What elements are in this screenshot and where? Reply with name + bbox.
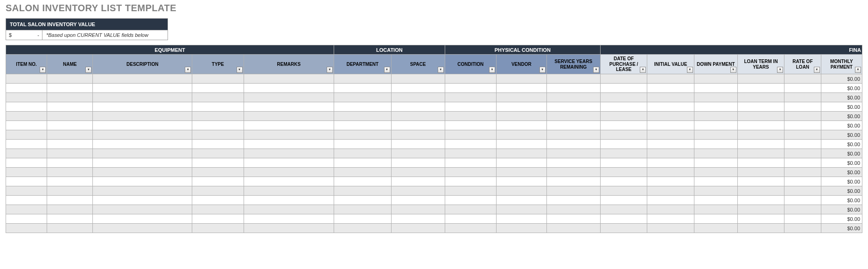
table-cell[interactable] xyxy=(694,186,737,196)
table-cell[interactable] xyxy=(244,130,334,140)
table-cell[interactable] xyxy=(496,149,546,158)
table-cell[interactable] xyxy=(496,140,546,149)
table-cell[interactable] xyxy=(445,112,496,121)
table-cell[interactable] xyxy=(93,93,192,102)
table-cell[interactable] xyxy=(445,130,496,140)
table-cell[interactable] xyxy=(244,149,334,158)
table-cell[interactable] xyxy=(445,121,496,130)
table-cell[interactable] xyxy=(784,112,821,121)
table-cell[interactable]: $0.00 xyxy=(821,177,862,186)
table-cell[interactable] xyxy=(737,177,784,186)
table-cell[interactable]: $0.00 xyxy=(821,205,862,214)
table-cell[interactable] xyxy=(192,224,244,233)
table-cell[interactable] xyxy=(600,121,647,130)
table-cell[interactable] xyxy=(737,93,784,102)
filter-dropdown-icon[interactable]: ▼ xyxy=(237,67,243,73)
table-cell[interactable] xyxy=(737,84,784,93)
table-cell[interactable] xyxy=(737,214,784,224)
table-cell[interactable] xyxy=(694,177,737,186)
table-cell[interactable] xyxy=(192,149,244,158)
table-cell[interactable] xyxy=(391,177,445,186)
table-cell[interactable] xyxy=(334,186,391,196)
table-cell[interactable] xyxy=(93,84,192,93)
table-cell[interactable] xyxy=(6,186,47,196)
table-cell[interactable] xyxy=(496,177,546,186)
table-cell[interactable] xyxy=(93,140,192,149)
table-cell[interactable] xyxy=(784,224,821,233)
table-cell[interactable] xyxy=(784,214,821,224)
table-cell[interactable] xyxy=(93,102,192,112)
table-cell[interactable]: $0.00 xyxy=(821,224,862,233)
table-cell[interactable]: $0.00 xyxy=(821,102,862,112)
table-cell[interactable] xyxy=(445,102,496,112)
filter-dropdown-icon[interactable]: ▼ xyxy=(814,67,820,73)
table-cell[interactable] xyxy=(600,224,647,233)
table-cell[interactable] xyxy=(334,196,391,205)
table-cell[interactable] xyxy=(93,168,192,177)
table-cell[interactable] xyxy=(647,130,694,140)
table-cell[interactable] xyxy=(694,214,737,224)
table-cell[interactable] xyxy=(546,84,600,93)
table-cell[interactable] xyxy=(737,102,784,112)
table-cell[interactable] xyxy=(47,112,93,121)
table-cell[interactable] xyxy=(647,214,694,224)
table-cell[interactable] xyxy=(600,177,647,186)
table-cell[interactable] xyxy=(244,158,334,168)
table-cell[interactable] xyxy=(546,140,600,149)
table-cell[interactable] xyxy=(737,140,784,149)
table-cell[interactable] xyxy=(192,84,244,93)
table-cell[interactable]: $0.00 xyxy=(821,140,862,149)
table-cell[interactable] xyxy=(784,102,821,112)
table-cell[interactable] xyxy=(546,130,600,140)
table-cell[interactable] xyxy=(784,177,821,186)
table-cell[interactable]: $0.00 xyxy=(821,158,862,168)
table-cell[interactable] xyxy=(496,168,546,177)
table-cell[interactable] xyxy=(391,121,445,130)
table-cell[interactable] xyxy=(694,224,737,233)
table-cell[interactable] xyxy=(546,186,600,196)
table-cell[interactable] xyxy=(47,158,93,168)
table-cell[interactable] xyxy=(334,214,391,224)
table-cell[interactable] xyxy=(391,130,445,140)
table-cell[interactable] xyxy=(600,112,647,121)
table-cell[interactable] xyxy=(334,93,391,102)
table-cell[interactable] xyxy=(93,196,192,205)
table-cell[interactable] xyxy=(445,158,496,168)
table-cell[interactable] xyxy=(600,84,647,93)
table-cell[interactable] xyxy=(445,205,496,214)
table-cell[interactable] xyxy=(391,224,445,233)
table-cell[interactable] xyxy=(784,121,821,130)
table-cell[interactable] xyxy=(737,168,784,177)
table-cell[interactable] xyxy=(647,196,694,205)
table-cell[interactable] xyxy=(694,158,737,168)
table-cell[interactable] xyxy=(784,93,821,102)
table-cell[interactable] xyxy=(694,93,737,102)
table-cell[interactable] xyxy=(600,102,647,112)
table-cell[interactable] xyxy=(93,224,192,233)
table-cell[interactable] xyxy=(647,149,694,158)
table-cell[interactable]: $0.00 xyxy=(821,121,862,130)
table-cell[interactable] xyxy=(784,149,821,158)
table-cell[interactable] xyxy=(694,130,737,140)
table-cell[interactable] xyxy=(445,214,496,224)
table-cell[interactable]: $0.00 xyxy=(821,186,862,196)
table-cell[interactable] xyxy=(496,93,546,102)
table-cell[interactable] xyxy=(445,224,496,233)
table-cell[interactable] xyxy=(391,158,445,168)
table-cell[interactable] xyxy=(192,140,244,149)
table-cell[interactable] xyxy=(192,112,244,121)
table-cell[interactable] xyxy=(600,158,647,168)
table-cell[interactable] xyxy=(47,130,93,140)
table-cell[interactable] xyxy=(647,177,694,186)
filter-dropdown-icon[interactable]: ▼ xyxy=(687,67,693,73)
table-cell[interactable] xyxy=(244,177,334,186)
table-cell[interactable] xyxy=(784,130,821,140)
table-cell[interactable] xyxy=(47,224,93,233)
table-cell[interactable] xyxy=(647,102,694,112)
table-cell[interactable] xyxy=(784,140,821,149)
table-cell[interactable] xyxy=(496,205,546,214)
table-cell[interactable] xyxy=(737,224,784,233)
table-cell[interactable] xyxy=(334,130,391,140)
table-cell[interactable] xyxy=(445,149,496,158)
table-cell[interactable] xyxy=(391,93,445,102)
